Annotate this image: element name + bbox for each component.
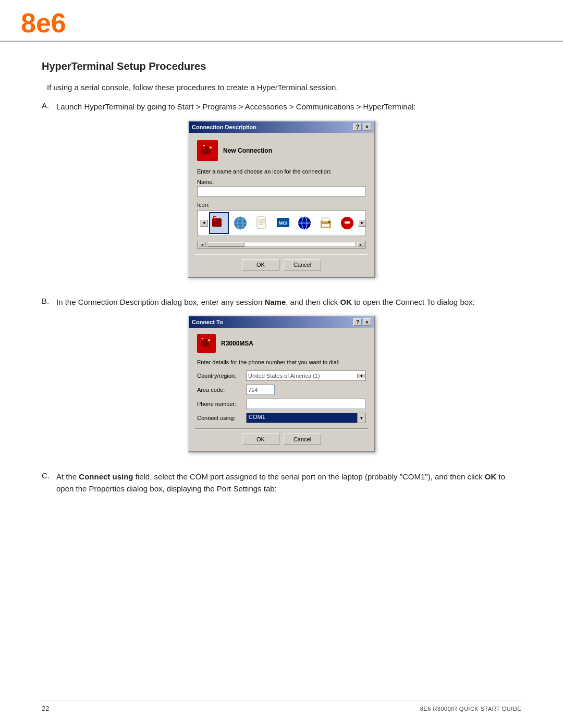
- new-connection-icon: [197, 140, 218, 161]
- conn-desc-prompt: Enter a name and choose an icon for the …: [197, 168, 366, 175]
- svg-point-4: [210, 146, 212, 149]
- connection-description-dialog: Connection Description ? ×: [188, 120, 375, 278]
- icon-item-5[interactable]: [295, 212, 314, 234]
- conn-desc-cancel-button[interactable]: Cancel: [284, 259, 321, 270]
- scroll-thumb: [207, 242, 244, 246]
- svg-rect-7: [214, 217, 216, 218]
- icon-item-4[interactable]: MCI: [273, 212, 293, 234]
- icon-strip: ◄: [197, 210, 366, 236]
- icon-item-2[interactable]: [230, 212, 250, 234]
- phone-row: Phone number:: [197, 399, 366, 409]
- area-code-input[interactable]: [246, 385, 275, 395]
- scroll-right-arrow[interactable]: ►: [358, 219, 366, 227]
- connect-to-dialog: Connect To ? ×: [188, 315, 375, 452]
- connect-session-name-label: R3000MSA: [221, 340, 253, 347]
- connect-to-body: R3000MSA Enter details for the phone num…: [189, 328, 374, 451]
- icon-item-1[interactable]: [209, 212, 229, 234]
- help-button[interactable]: ?: [353, 124, 362, 131]
- icon-item-3[interactable]: [252, 212, 272, 234]
- scroll-left-arrow[interactable]: ◄: [200, 219, 208, 227]
- svg-point-32: [208, 339, 210, 341]
- step-c: C. At the Connect using field, select th…: [42, 471, 521, 495]
- area-code-row: Area code:: [197, 385, 366, 395]
- icon-scrollbar[interactable]: ◄ ►: [197, 241, 366, 249]
- connect-cancel-button[interactable]: Cancel: [284, 434, 321, 445]
- step-c-bold-connect: Connect using: [79, 472, 133, 481]
- conn-name-label: Name:: [197, 179, 366, 185]
- phone-input[interactable]: [246, 399, 366, 409]
- icon-strip-outer: ◄: [197, 210, 366, 249]
- country-dropdown-arrow[interactable]: ▼: [357, 374, 365, 378]
- separator-1: [195, 254, 368, 255]
- step-c-text: At the Connect using field, select the C…: [56, 471, 521, 495]
- connect-to-title: Connect To: [192, 319, 223, 325]
- mci-icon-svg: MCI: [275, 215, 291, 231]
- connect-using-dropdown[interactable]: COM1 ▼: [246, 413, 366, 423]
- connect-ok-button[interactable]: OK: [242, 434, 279, 445]
- connect-using-value: COM1: [247, 413, 357, 423]
- phone-svg: [200, 143, 215, 158]
- conn-desc-icon-label: New Connection: [223, 147, 272, 154]
- step-b-bold-ok: OK: [340, 298, 352, 306]
- step-a-label: A. Launch HyperTerminal by going to Star…: [42, 101, 521, 113]
- logo: 8e6: [21, 8, 66, 38]
- icon-items: MCI: [209, 212, 357, 234]
- close-button[interactable]: ×: [363, 124, 371, 131]
- connect-to-titlebar: Connect To ? ×: [189, 316, 374, 328]
- connect-using-row: Connect using: COM1 ▼: [197, 413, 366, 423]
- footer: 22 8E6 R3000IR Quick Start Guide: [42, 700, 521, 712]
- step-b-letter: B.: [42, 297, 53, 305]
- icon-item-7[interactable]: [337, 212, 357, 234]
- separator-2: [195, 428, 368, 429]
- conn-desc-ok-button[interactable]: OK: [242, 259, 279, 270]
- connect-to-wrapper: Connect To ? ×: [42, 315, 521, 452]
- scroll-track: [207, 242, 356, 247]
- connect-close-button[interactable]: ×: [363, 318, 371, 326]
- connect-using-label: Connect using:: [197, 415, 243, 421]
- step-a-letter: A.: [42, 101, 53, 110]
- connection-description-wrapper: Connection Description ? ×: [42, 120, 521, 278]
- conn-desc-body: New Connection Enter a name and choose a…: [189, 133, 374, 277]
- connect-header-row: R3000MSA: [197, 334, 366, 353]
- svg-rect-23: [322, 218, 329, 221]
- connect-to-titlebar-buttons: ? ×: [353, 318, 371, 326]
- intro-text: If using a serial console, follow these …: [47, 83, 521, 92]
- page-title: HyperTerminal Setup Procedures: [42, 60, 521, 72]
- step-a-text: Launch HyperTerminal by going to Start >…: [56, 101, 415, 113]
- step-c-bold-ok: OK: [485, 472, 497, 481]
- phone-label: Phone number:: [197, 401, 243, 407]
- svg-rect-25: [328, 221, 330, 223]
- icon-item-6[interactable]: [316, 212, 336, 234]
- country-dropdown[interactable]: United States of America (1) ▼: [246, 371, 366, 381]
- country-label: Country/region:: [197, 373, 243, 379]
- connect-using-arrow[interactable]: ▼: [357, 413, 365, 423]
- fax-icon-svg: [318, 215, 334, 231]
- conn-desc-buttons: OK Cancel: [197, 259, 366, 270]
- step-b-bold-name: Name: [264, 298, 286, 306]
- icon-section-label: Icon:: [197, 202, 366, 208]
- svg-rect-30: [202, 338, 203, 339]
- document-icon-svg: [254, 215, 270, 231]
- main-content: HyperTerminal Setup Procedures If using …: [0, 42, 563, 534]
- titlebar-buttons: ? ×: [353, 124, 371, 131]
- connect-help-button[interactable]: ?: [353, 318, 362, 326]
- country-value: United States of America (1): [247, 372, 357, 379]
- header: 8e6: [0, 0, 563, 42]
- conn-desc-titlebar: Connection Description ? ×: [189, 121, 374, 133]
- scroll-left-btn[interactable]: ◄: [199, 242, 206, 247]
- step-b-label: B. In the Connection Description dialog …: [42, 297, 521, 309]
- conn-desc-title: Connection Description: [192, 124, 256, 130]
- scroll-right-btn[interactable]: ►: [357, 242, 364, 247]
- svg-text:MCI: MCI: [279, 220, 288, 226]
- footer-page-number: 22: [42, 705, 49, 712]
- globe2-icon-svg: [297, 215, 312, 231]
- step-c-letter: C.: [42, 471, 53, 480]
- connect-session-icon: [197, 334, 216, 353]
- footer-product-name: 8E6 R3000IR Quick Start Guide: [420, 706, 521, 712]
- svg-rect-24: [322, 224, 329, 227]
- phone2-icon-svg: [339, 215, 355, 231]
- area-code-label: Area code:: [197, 387, 243, 393]
- svg-rect-2: [203, 145, 205, 146]
- conn-name-input[interactable]: [197, 186, 366, 196]
- connect-phone-svg: [200, 337, 213, 350]
